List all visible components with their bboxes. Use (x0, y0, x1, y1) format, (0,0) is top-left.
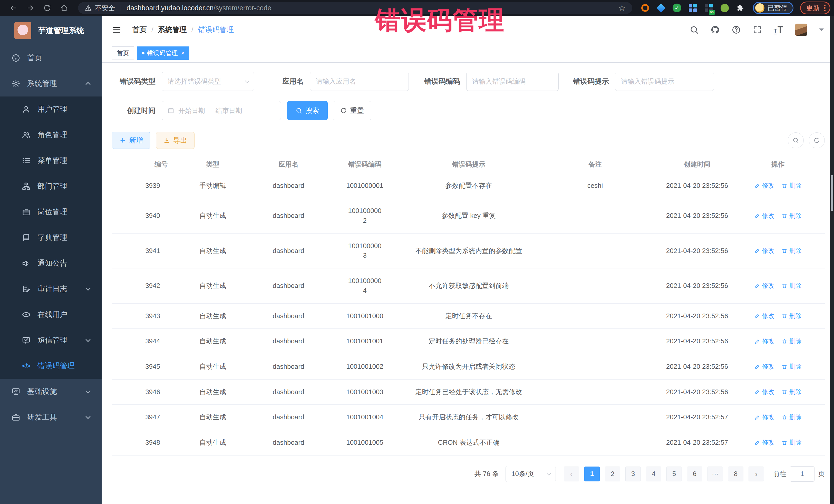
page-button-···[interactable]: ··· (707, 466, 723, 481)
page-button-3[interactable]: 3 (626, 466, 641, 481)
font-size-icon[interactable]: TT (774, 25, 783, 35)
page-button-6[interactable]: 6 (687, 466, 702, 481)
delete-link[interactable]: 删除 (782, 311, 802, 321)
delete-link[interactable]: 删除 (782, 337, 802, 346)
refresh-table-icon[interactable] (809, 132, 825, 148)
user-avatar[interactable] (795, 24, 807, 36)
sidebar-item-audit-log[interactable]: 审计日志 (0, 276, 102, 302)
chevron-up-icon (85, 82, 91, 87)
prev-page-button[interactable]: ‹ (564, 466, 579, 481)
add-button[interactable]: 新增 (112, 132, 150, 149)
browser-home-icon[interactable] (59, 2, 70, 14)
github-icon[interactable] (710, 25, 720, 35)
page-button-5[interactable]: 5 (666, 466, 682, 481)
edit-link[interactable]: 修改 (754, 212, 774, 220)
search-button[interactable]: 搜索 (287, 101, 328, 120)
sidebar-item-error-code-management[interactable]: </> 错误码管理 (0, 353, 102, 379)
browser-back-icon[interactable] (8, 2, 19, 14)
page-scrollbar[interactable] (830, 16, 834, 504)
browser-reload-icon[interactable] (42, 2, 53, 14)
delete-link[interactable]: 删除 (782, 181, 802, 190)
extension-blue-gem-icon[interactable] (656, 3, 666, 13)
extension-blue-grid-icon[interactable] (688, 3, 698, 13)
edit-link[interactable]: 修改 (754, 362, 774, 371)
page-button-4[interactable]: 4 (646, 466, 661, 481)
edit-link[interactable]: 修改 (754, 311, 774, 321)
delete-link[interactable]: 删除 (782, 388, 802, 396)
delete-link[interactable]: 删除 (782, 246, 802, 255)
sidebar-item-home[interactable]: 首页 (0, 45, 102, 71)
sidebar-item-menu-management[interactable]: 菜单管理 (0, 148, 102, 174)
sidebar-item-infrastructure[interactable]: 基础设施 (0, 379, 102, 404)
edit-link[interactable]: 修改 (754, 281, 774, 290)
chevron-down-icon[interactable] (819, 28, 824, 31)
column-header: 错误码编码 (319, 156, 410, 173)
scrollbar-thumb[interactable] (831, 175, 833, 211)
breadcrumb-system[interactable]: 系统管理 (158, 25, 187, 35)
browser-forward-icon[interactable] (25, 2, 36, 14)
page-button-1[interactable]: 1 (584, 466, 600, 481)
filter-app-label: 应用名 (282, 76, 304, 86)
delete-link[interactable]: 删除 (782, 212, 802, 220)
sidebar-item-sms-management[interactable]: 短信管理 (0, 327, 102, 353)
app-logo-row[interactable]: 芋道管理系统 (0, 16, 102, 45)
extension-green-spy-icon[interactable] (720, 3, 729, 13)
sidebar-collapse-icon[interactable] (112, 25, 122, 35)
search-icon[interactable] (689, 25, 699, 35)
security-label: 不安全 (95, 4, 115, 13)
help-icon[interactable] (731, 25, 741, 35)
bookmark-star-icon[interactable]: ☆ (618, 4, 626, 12)
sidebar-item-notice-announcement[interactable]: 通知公告 (0, 250, 102, 276)
page-content: 错误码类型 请选择错误码类型 应用名 请输入应用名 错误码编码 请输入错误码编码… (102, 63, 834, 482)
browser-update-button[interactable]: 更新 (800, 2, 830, 14)
delete-link[interactable]: 删除 (782, 281, 802, 290)
sidebar-item-system-management[interactable]: 系统管理 (0, 71, 102, 96)
extension-green-check-icon[interactable]: ✓ (672, 3, 682, 13)
app-name-input[interactable]: 请输入应用名 (310, 72, 409, 91)
sidebar-item-role-management[interactable]: 角色管理 (0, 122, 102, 148)
sidebar-item-dev-tools[interactable]: 研发工具 (0, 404, 102, 430)
page-button-8[interactable]: 8 (728, 466, 743, 481)
tab-home[interactable]: 首页 (112, 46, 134, 60)
delete-link[interactable]: 删除 (782, 438, 802, 447)
sidebar-item-dict-management[interactable]: 字典管理 (0, 225, 102, 250)
edit-link[interactable]: 修改 (754, 413, 774, 422)
breadcrumb: 首页 / 系统管理 / 错误码管理 (132, 25, 234, 35)
app-title: 芋道管理系统 (38, 25, 84, 36)
fullscreen-icon[interactable] (753, 25, 762, 35)
sidebar-item-post-management[interactable]: 岗位管理 (0, 199, 102, 225)
export-button[interactable]: 导出 (156, 132, 195, 149)
extension-switch-icon[interactable]: on (704, 3, 714, 13)
sidebar-item-dept-management[interactable]: 部门管理 (0, 174, 102, 199)
error-code-input[interactable]: 请输入错误码编码 (466, 72, 559, 91)
next-page-button[interactable]: › (749, 466, 764, 481)
edit-link[interactable]: 修改 (754, 181, 774, 190)
delete-link[interactable]: 删除 (782, 362, 802, 371)
column-header: 创建时间 (663, 156, 731, 173)
delete-link[interactable]: 删除 (782, 413, 802, 422)
browser-profile-badge[interactable]: 已暂停 (753, 2, 793, 14)
goto-page-input[interactable]: 1 (790, 466, 814, 482)
toolbox-icon (11, 413, 21, 422)
edit-link[interactable]: 修改 (754, 337, 774, 346)
extension-orange-ring-icon[interactable] (640, 3, 650, 13)
filter-row-2: 创建时间 开始日期 - 结束日期 搜索 重置 (112, 101, 825, 120)
error-type-select[interactable]: 请选择错误码类型 (162, 72, 254, 91)
close-icon[interactable]: × (181, 50, 184, 56)
page-button-2[interactable]: 2 (605, 466, 620, 481)
edit-link[interactable]: 修改 (754, 388, 774, 396)
sidebar-item-online-users[interactable]: 在线用户 (0, 302, 102, 327)
toggle-search-icon[interactable] (788, 132, 804, 148)
tab-error-code[interactable]: 错误码管理 × (137, 46, 190, 60)
edit-link[interactable]: 修改 (754, 246, 774, 255)
page-size-select[interactable]: 10条/页 (506, 466, 556, 482)
breadcrumb-home[interactable]: 首页 (132, 25, 147, 35)
sidebar-item-user-management[interactable]: 用户管理 (0, 96, 102, 122)
extensions-puzzle-icon[interactable] (736, 3, 745, 13)
reset-button[interactable]: 重置 (333, 101, 371, 120)
edit-link[interactable]: 修改 (754, 438, 774, 447)
create-time-range-picker[interactable]: 开始日期 - 结束日期 (162, 101, 281, 120)
browser-menu-icon[interactable] (824, 5, 826, 11)
address-bar[interactable]: 不安全 dashboard.yudao.iocoder.cn /system/e… (78, 2, 632, 14)
error-msg-input[interactable]: 请输入错误码提示 (615, 72, 714, 91)
